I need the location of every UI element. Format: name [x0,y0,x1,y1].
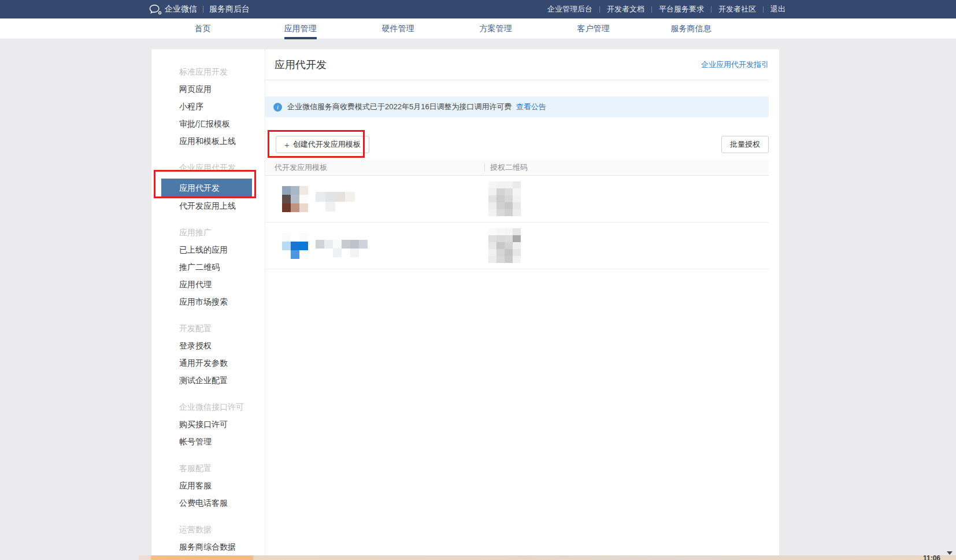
view-announcement-link[interactable]: 查看公告 [516,102,546,112]
topbar-links: 企业管理后台 开发者文档 平台服务要求 开发者社区 退出 [547,0,785,18]
sidebar-item-proxy-app-launch[interactable]: 代开发应用上线 [151,197,265,214]
redacted-qr-code [488,228,521,263]
sidebar-section-enterprise-app-dev-proxy: 企业应用代开发 [151,159,265,176]
clock-text: 11:06 [923,555,940,560]
column-header-template: 代开发应用模板 [265,160,484,175]
sidebar-item-app-customer-service[interactable]: 应用客服 [151,477,265,494]
divider [599,6,600,13]
brand-name: 企业微信 [165,4,197,14]
tab-hardware-management[interactable]: 硬件管理 [349,18,447,39]
sidebar-section-dev-config: 开发配置 [151,320,265,337]
main-content: 应用代开发 企业应用代开发指引 i 企业微信服务商收费模式已于2022年5月16… [265,49,769,269]
screen: 企业微信 服务商后台 企业管理后台 开发者文档 平台服务要求 开发者社区 退出 … [0,0,956,560]
tab-app-management[interactable]: 应用管理 [251,18,349,39]
sidebar-item-approval-report-template[interactable]: 审批/汇报模板 [151,115,265,132]
redacted-app-name [316,192,355,212]
sidebar-item-toll-free-phone-service[interactable]: 公费电话客服 [151,494,265,511]
topbar-link-developer-docs[interactable]: 开发者文档 [607,4,644,14]
divider [711,6,712,13]
tab-customer-management[interactable]: 客户管理 [544,18,642,39]
redacted-app-icon [282,233,308,259]
brand-suffix: 服务商后台 [209,4,250,14]
divider [651,6,652,13]
tray-arrow-icon [947,551,953,555]
sidebar-item-test-enterprise-config[interactable]: 测试企业配置 [151,372,265,389]
topbar-link-enterprise-admin[interactable]: 企业管理后台 [547,4,592,14]
sidebar-item-buy-api-license[interactable]: 购买接口许可 [151,416,265,433]
sidebar-item-provider-comprehensive-data[interactable]: 服务商综合数据 [151,538,265,555]
create-template-button[interactable]: + 创建代开发应用模板 [276,136,369,153]
topbar-link-platform-requirements[interactable]: 平台服务要求 [659,4,704,14]
tab-home[interactable]: 首页 [154,18,251,39]
template-table: 代开发应用模板 授权二维码 [265,160,769,269]
sidebar-item-app-template-launch[interactable]: 应用和模板上线 [151,132,265,150]
brand-divider [203,6,203,13]
redacted-app-name [316,240,368,257]
sidebar-item-account-management[interactable]: 帐号管理 [151,433,265,450]
brand[interactable]: 企业微信 服务商后台 [149,0,250,18]
sidebar-section-api-license: 企业微信接口许可 [151,398,265,416]
create-template-label: 创建代开发应用模板 [293,139,361,150]
notice-banner: i 企业微信服务商收费模式已于2022年5月16日调整为接口调用许可费 查看公告 [265,97,769,117]
topbar: 企业微信 服务商后台 企业管理后台 开发者文档 平台服务要求 开发者社区 退出 [0,0,956,18]
sidebar-section-operation-data: 运营数据 [151,521,265,538]
sidebar-item-app-market-search[interactable]: 应用市场搜索 [151,293,265,310]
notice-text: 企业微信服务商收费模式已于2022年5月16日调整为接口调用许可费 [287,102,512,112]
sidebar-item-app-agent[interactable]: 应用代理 [151,276,265,293]
content-panel: 标准应用开发 网页应用 小程序 审批/汇报模板 应用和模板上线 企业应用代开发 … [151,49,779,555]
guide-link[interactable]: 企业应用代开发指引 [701,60,769,70]
background-window-strip: 11:06 [139,555,956,560]
table-header: 代开发应用模板 授权二维码 [265,160,769,176]
sidebar-section-standard-app-dev: 标准应用开发 [151,63,265,80]
table-row[interactable] [265,176,769,222]
sidebar-item-common-dev-params[interactable]: 通用开发参数 [151,354,265,372]
sidebar-item-mini-program[interactable]: 小程序 [151,98,265,115]
sidebar: 标准应用开发 网页应用 小程序 审批/汇报模板 应用和模板上线 企业应用代开发 … [151,49,265,555]
main-nav: 首页 应用管理 硬件管理 方案管理 客户管理 服务商信息 [0,18,956,39]
info-icon: i [273,103,282,112]
tab-solution-management[interactable]: 方案管理 [447,18,544,39]
table-row[interactable] [265,222,769,269]
column-header-qr: 授权二维码 [484,160,769,175]
topbar-link-developer-community[interactable]: 开发者社区 [718,4,756,14]
sidebar-section-app-promotion: 应用推广 [151,224,265,241]
topbar-link-logout[interactable]: 退出 [770,4,785,14]
page-header: 应用代开发 企业应用代开发指引 [265,49,769,80]
divider [763,6,764,13]
redacted-app-icon [282,186,308,212]
plus-icon: + [284,140,290,150]
sidebar-section-customer-service-config: 客服配置 [151,459,265,477]
page-title: 应用代开发 [275,58,327,72]
sidebar-item-login-auth[interactable]: 登录授权 [151,337,265,354]
redacted-qr-code [488,181,521,216]
batch-authorize-button[interactable]: 批量授权 [721,136,769,153]
sidebar-item-promo-qr-code[interactable]: 推广二维码 [151,258,265,276]
tab-provider-info[interactable]: 服务商信息 [642,18,740,39]
wechat-work-logo-icon [149,4,162,15]
sidebar-item-launched-apps[interactable]: 已上线的应用 [151,241,265,258]
sidebar-item-web-app[interactable]: 网页应用 [151,80,265,98]
sidebar-item-app-dev-proxy[interactable]: 应用代开发 [161,179,252,197]
toolbar: + 创建代开发应用模板 批量授权 [265,136,769,153]
